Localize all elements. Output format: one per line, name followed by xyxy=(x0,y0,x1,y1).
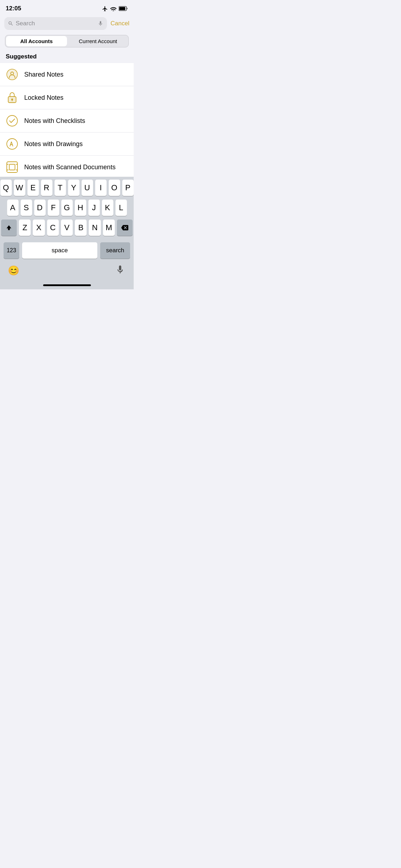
key-s[interactable]: S xyxy=(21,200,32,216)
svg-rect-12 xyxy=(9,164,15,170)
notes-checklists-icon xyxy=(6,114,19,127)
key-x[interactable]: X xyxy=(33,219,45,236)
search-key[interactable]: search xyxy=(100,242,130,259)
keyboard-row-3: Z X C V B N M xyxy=(1,219,133,236)
key-e[interactable]: E xyxy=(27,180,39,196)
locked-notes-item[interactable]: Locked Notes xyxy=(0,86,134,109)
cancel-button[interactable]: Cancel xyxy=(110,20,129,27)
key-i[interactable]: I xyxy=(95,180,107,196)
key-m[interactable]: M xyxy=(103,219,115,236)
keyboard-row-1: Q W E R T Y U I O P xyxy=(1,180,133,196)
shift-key[interactable] xyxy=(1,219,17,236)
key-p[interactable]: P xyxy=(122,180,134,196)
svg-point-9 xyxy=(7,115,17,126)
shared-notes-icon xyxy=(6,68,19,81)
key-b[interactable]: B xyxy=(75,219,87,236)
home-bar xyxy=(43,284,91,286)
key-k[interactable]: K xyxy=(102,200,113,216)
key-w[interactable]: W xyxy=(14,180,25,196)
notes-drawings-item[interactable]: Notes with Drawings xyxy=(0,133,134,156)
segmented-control: All Accounts Current Account xyxy=(5,35,129,47)
notes-drawings-label: Notes with Drawings xyxy=(24,140,83,148)
all-accounts-tab[interactable]: All Accounts xyxy=(6,36,67,46)
status-bar: 12:05 xyxy=(0,0,134,15)
key-g[interactable]: G xyxy=(61,200,73,216)
key-l[interactable]: L xyxy=(115,200,127,216)
delete-key[interactable] xyxy=(117,219,133,236)
search-input[interactable] xyxy=(16,20,96,27)
search-input-wrapper[interactable] xyxy=(4,17,107,30)
key-z[interactable]: Z xyxy=(19,219,31,236)
key-a[interactable]: A xyxy=(7,200,19,216)
status-icons xyxy=(102,6,128,12)
notes-checklists-item[interactable]: Notes with Checklists xyxy=(0,109,134,133)
key-f[interactable]: F xyxy=(48,200,59,216)
keyboard-row-2: A S D F G H J K L xyxy=(1,200,133,216)
notes-scanned-item[interactable]: Notes with Scanned Documents xyxy=(0,156,134,179)
notes-scanned-label: Notes with Scanned Documents xyxy=(24,164,115,171)
keyboard: Q W E R T Y U I O P A S D F G H J K L xyxy=(0,177,134,289)
key-h[interactable]: H xyxy=(75,200,86,216)
key-y[interactable]: Y xyxy=(68,180,79,196)
keyboard-bottom-row: 123 space search xyxy=(0,241,134,262)
notes-scanned-icon xyxy=(6,161,19,174)
svg-rect-8 xyxy=(12,100,12,101)
key-c[interactable]: C xyxy=(47,219,59,236)
key-n[interactable]: N xyxy=(89,219,101,236)
key-d[interactable]: D xyxy=(34,200,46,216)
search-bar-row: Cancel xyxy=(0,15,134,33)
status-time: 12:05 xyxy=(6,5,21,12)
key-o[interactable]: O xyxy=(109,180,120,196)
emoji-button[interactable]: 😊 xyxy=(6,262,21,279)
space-key[interactable]: space xyxy=(22,242,97,259)
locked-notes-icon xyxy=(6,91,19,104)
battery-icon xyxy=(119,6,128,11)
shared-notes-item[interactable]: Shared Notes xyxy=(0,63,134,86)
key-j[interactable]: J xyxy=(88,200,100,216)
key-q[interactable]: Q xyxy=(0,180,12,196)
num-key[interactable]: 123 xyxy=(4,242,19,259)
key-r[interactable]: R xyxy=(41,180,52,196)
locked-notes-label: Locked Notes xyxy=(24,94,63,102)
mic-icon xyxy=(98,21,103,26)
keyboard-rows: Q W E R T Y U I O P A S D F G H J K L xyxy=(0,177,134,241)
current-account-tab[interactable]: Current Account xyxy=(68,35,129,47)
suggested-section-header: Suggested xyxy=(0,47,134,63)
wifi-icon xyxy=(110,6,117,11)
key-t[interactable]: T xyxy=(55,180,66,196)
airplane-icon xyxy=(102,6,108,12)
notes-checklists-label: Notes with Checklists xyxy=(24,117,85,125)
svg-rect-11 xyxy=(7,162,17,172)
home-indicator xyxy=(0,281,134,289)
key-u[interactable]: U xyxy=(82,180,93,196)
notes-drawings-icon xyxy=(6,138,19,150)
keyboard-mic-button[interactable] xyxy=(112,262,128,279)
svg-rect-1 xyxy=(119,7,125,10)
shared-notes-label: Shared Notes xyxy=(24,71,63,78)
search-icon xyxy=(8,21,14,26)
key-v[interactable]: V xyxy=(61,219,73,236)
